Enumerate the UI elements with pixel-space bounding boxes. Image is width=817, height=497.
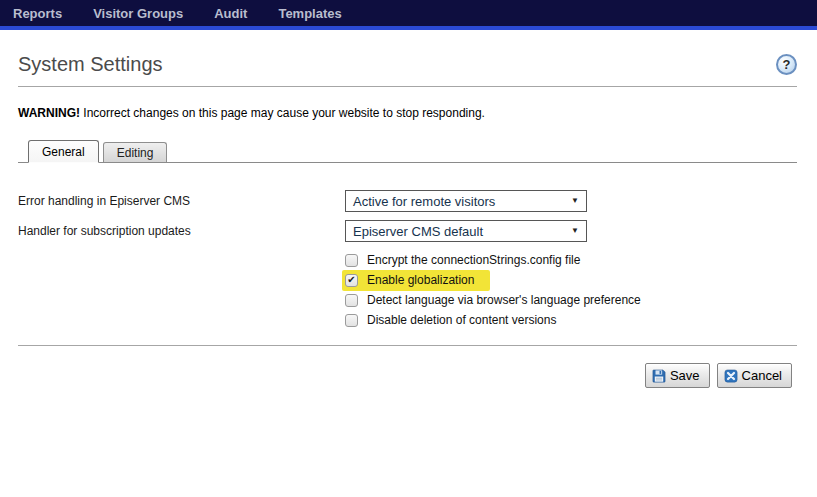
warning-message: WARNING! Incorrect changes on this page … <box>18 106 797 120</box>
checkbox-row-encrypt: Encrypt the connectionStrings.config fil… <box>345 250 797 270</box>
nav-item-templates[interactable]: Templates <box>278 6 341 21</box>
checkbox-group: Encrypt the connectionStrings.config fil… <box>345 250 797 330</box>
tab-bar: General Editing <box>18 140 797 163</box>
tab-general[interactable]: General <box>28 140 99 163</box>
nav-item-reports[interactable]: Reports <box>13 6 62 21</box>
dropdown-arrow-icon: ▼ <box>571 227 579 235</box>
help-icon[interactable]: ? <box>776 54 797 75</box>
error-handling-select-value: Active for remote visitors <box>353 194 495 209</box>
cancel-button-label: Cancel <box>742 368 782 383</box>
nav-item-visitor-groups[interactable]: Visitor Groups <box>93 6 183 21</box>
system-settings-page: Reports Visitor Groups Audit Templates S… <box>0 0 817 388</box>
yellow-highlight: ✔ Enable globalization <box>342 270 490 291</box>
save-button[interactable]: Save <box>645 363 710 388</box>
header-divider <box>18 86 797 87</box>
detect-language-label[interactable]: Detect language via browser's language p… <box>367 293 641 307</box>
warning-text: Incorrect changes on this page may cause… <box>83 106 485 120</box>
subscription-handler-select-value: Episerver CMS default <box>353 224 483 239</box>
checkbox-row-detect-language: Detect language via browser's language p… <box>345 290 797 310</box>
save-icon <box>652 369 666 383</box>
page-header: System Settings ? <box>18 52 797 76</box>
footer-divider <box>18 345 797 346</box>
enable-globalization-checkbox[interactable]: ✔ <box>345 274 358 287</box>
nav-item-audit[interactable]: Audit <box>214 6 247 21</box>
top-navigation: Reports Visitor Groups Audit Templates <box>0 0 817 30</box>
dropdown-arrow-icon: ▼ <box>571 197 579 205</box>
disable-deletion-checkbox[interactable] <box>345 314 358 327</box>
cancel-button[interactable]: Cancel <box>717 363 792 388</box>
error-handling-select[interactable]: Active for remote visitors ▼ <box>345 190 587 212</box>
enable-globalization-label[interactable]: Enable globalization <box>367 273 474 287</box>
encrypt-connectionstrings-label[interactable]: Encrypt the connectionStrings.config fil… <box>367 253 580 267</box>
disable-deletion-label[interactable]: Disable deletion of content versions <box>367 313 556 327</box>
tab-editing[interactable]: Editing <box>103 142 168 162</box>
form-row-error-handling: Error handling in Episerver CMS Active f… <box>18 190 797 212</box>
encrypt-connectionstrings-checkbox[interactable] <box>345 254 358 267</box>
action-buttons: Save Cancel <box>18 363 797 388</box>
checkbox-row-disable-deletion: Disable deletion of content versions <box>345 310 797 330</box>
form-row-subscription-handler: Handler for subscription updates Episerv… <box>18 220 797 242</box>
warning-prefix: WARNING! <box>18 106 80 120</box>
error-handling-label: Error handling in Episerver CMS <box>18 194 345 208</box>
save-button-label: Save <box>670 368 700 383</box>
subscription-handler-label: Handler for subscription updates <box>18 224 345 238</box>
main-content: System Settings ? WARNING! Incorrect cha… <box>0 52 817 388</box>
page-title: System Settings <box>18 52 163 76</box>
checkbox-row-enable-globalization: ✔ Enable globalization <box>345 270 797 290</box>
cancel-icon <box>724 369 738 383</box>
subscription-handler-select[interactable]: Episerver CMS default ▼ <box>345 220 587 242</box>
settings-form: Error handling in Episerver CMS Active f… <box>18 190 797 330</box>
detect-language-checkbox[interactable] <box>345 294 358 307</box>
